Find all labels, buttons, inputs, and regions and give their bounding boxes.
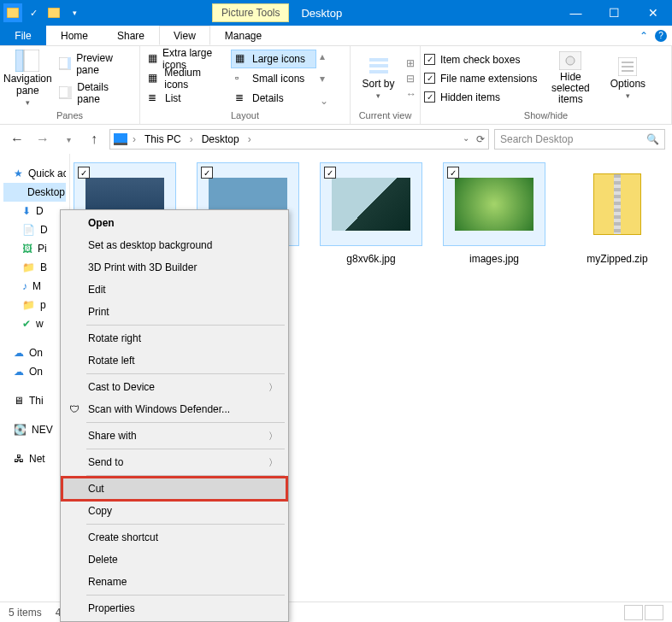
checkbox-icon[interactable] bbox=[78, 167, 90, 179]
menu-separator bbox=[86, 475, 285, 476]
breadcrumb-location[interactable]: Desktop bbox=[198, 133, 243, 145]
menu-set-background[interactable]: Set as desktop background bbox=[62, 234, 286, 256]
tab-share[interactable]: Share bbox=[103, 26, 159, 45]
file-item[interactable]: myZipped.zip bbox=[566, 162, 669, 267]
layout-large[interactable]: ▦Large icons bbox=[231, 50, 316, 68]
chevron-right-icon[interactable]: › bbox=[246, 133, 253, 145]
checkbox-icon[interactable] bbox=[324, 167, 336, 179]
menu-copy[interactable]: Copy bbox=[62, 500, 286, 522]
tab-manage[interactable]: Manage bbox=[210, 26, 276, 45]
layout-medium[interactable]: ▦Medium icons bbox=[144, 69, 229, 88]
layout-extra-large[interactable]: ▦Extra large icons bbox=[144, 50, 229, 68]
tab-file[interactable]: File bbox=[0, 26, 46, 45]
item-checkboxes-toggle[interactable]: Item check boxes bbox=[424, 51, 537, 68]
layout-expand-icon[interactable]: ⌄ bbox=[320, 95, 328, 107]
menu-send-to[interactable]: Send to〉 bbox=[62, 451, 286, 473]
tab-home[interactable]: Home bbox=[46, 26, 103, 45]
download-icon: ⬇ bbox=[22, 205, 31, 217]
breadcrumb[interactable]: › This PC › Desktop › ⌄ ⟳ bbox=[109, 129, 489, 150]
navigation-pane-button[interactable]: Navigation pane ▾ bbox=[3, 50, 52, 106]
ribbon-tabs: File Home Share View Manage ⌃ ? bbox=[0, 26, 672, 46]
nav-item[interactable]: 📁p bbox=[3, 296, 66, 314]
tab-view[interactable]: View bbox=[159, 26, 210, 45]
monitor-icon bbox=[114, 133, 127, 145]
ribbon: Navigation pane ▾ Preview pane Details p… bbox=[0, 46, 672, 125]
group-panes-title: Panes bbox=[3, 109, 136, 122]
quick-access-toolbar: ✓ ▾ bbox=[0, 3, 84, 22]
nav-item[interactable]: 🖼Pi bbox=[3, 239, 66, 258]
hide-selected-button[interactable]: Hide selected items bbox=[540, 51, 600, 106]
menu-rename[interactable]: Rename bbox=[62, 571, 286, 593]
file-item[interactable]: g8xv6k.jpg bbox=[320, 162, 422, 267]
hidden-items-toggle[interactable]: Hidden items bbox=[424, 89, 537, 106]
breadcrumb-root[interactable]: This PC bbox=[141, 133, 185, 145]
options-button[interactable]: Options ▾ bbox=[604, 57, 651, 100]
layout-scroll-up-icon[interactable]: ▴ bbox=[320, 50, 328, 62]
nav-item[interactable]: ⬇D bbox=[3, 202, 66, 220]
menu-share-with[interactable]: Share with〉 bbox=[62, 425, 286, 447]
nav-item[interactable]: 📄D bbox=[3, 220, 66, 239]
menu-print[interactable]: Print bbox=[62, 301, 286, 323]
checkmark-icon[interactable]: ✓ bbox=[24, 3, 43, 22]
refresh-icon[interactable]: ⟳ bbox=[476, 133, 485, 145]
help-icon[interactable]: ? bbox=[655, 30, 667, 42]
menu-rotate-right[interactable]: Rotate right bbox=[62, 327, 286, 349]
checkbox-icon[interactable] bbox=[201, 167, 213, 179]
recent-locations-button[interactable]: ▾ bbox=[58, 129, 79, 150]
menu-properties[interactable]: Properties bbox=[62, 597, 286, 619]
folder-check-icon: ✔ bbox=[22, 318, 31, 330]
nav-item[interactable]: 📁B bbox=[3, 258, 66, 277]
back-button[interactable]: ← bbox=[7, 129, 27, 150]
nav-desktop[interactable]: Desktop📌 bbox=[3, 183, 66, 202]
thumbnails-view-button[interactable] bbox=[645, 605, 663, 620]
chevron-right-icon[interactable]: › bbox=[188, 133, 195, 145]
group-by-icon[interactable]: ⊞ bbox=[406, 57, 416, 69]
collapse-ribbon-icon[interactable]: ⌃ bbox=[640, 30, 648, 42]
options-label: Options bbox=[610, 78, 645, 90]
folder-icon[interactable] bbox=[44, 3, 63, 22]
layout-details[interactable]: ≣Details bbox=[231, 89, 316, 108]
file-item[interactable]: images.jpg bbox=[443, 162, 545, 267]
sort-by-button[interactable]: Sort by ▾ bbox=[354, 56, 403, 100]
up-button[interactable]: ↑ bbox=[84, 129, 104, 150]
file-extensions-toggle[interactable]: File name extensions bbox=[424, 70, 537, 87]
nav-item[interactable]: ✔w bbox=[3, 314, 66, 333]
details-pane-button[interactable]: Details pane bbox=[56, 79, 136, 107]
svg-rect-18 bbox=[114, 143, 127, 145]
details-view-button[interactable] bbox=[624, 605, 643, 620]
cloud-icon: ☁ bbox=[14, 347, 24, 359]
close-button[interactable]: ✕ bbox=[634, 0, 672, 26]
menu-cut[interactable]: Cut bbox=[62, 478, 286, 500]
menu-3d-print[interactable]: 3D Print with 3D Builder bbox=[62, 256, 286, 279]
nav-quick-access[interactable]: ★Quick access bbox=[3, 164, 66, 183]
maximize-button[interactable]: ☐ bbox=[595, 0, 634, 26]
menu-cast[interactable]: Cast to Device〉 bbox=[62, 376, 286, 398]
nav-drive[interactable]: 💽NEV bbox=[3, 420, 66, 439]
nav-this-pc[interactable]: 🖥Thi bbox=[3, 391, 66, 410]
nav-network[interactable]: 🖧Net bbox=[3, 449, 66, 468]
preview-pane-button[interactable]: Preview pane bbox=[56, 50, 136, 78]
menu-create-shortcut[interactable]: Create shortcut bbox=[62, 526, 286, 549]
nav-item[interactable]: ♪M bbox=[3, 277, 66, 296]
add-columns-icon[interactable]: ⊟ bbox=[406, 73, 416, 85]
layout-small[interactable]: ▫Small icons bbox=[231, 69, 316, 88]
menu-delete[interactable]: Delete bbox=[62, 549, 286, 571]
layout-list[interactable]: ≣List bbox=[144, 89, 229, 108]
layout-scroll-down-icon[interactable]: ▾ bbox=[320, 73, 328, 85]
forward-button[interactable]: → bbox=[32, 129, 53, 150]
menu-edit[interactable]: Edit bbox=[62, 279, 286, 301]
chevron-right-icon[interactable]: › bbox=[131, 133, 138, 145]
nav-onedrive[interactable]: ☁On bbox=[3, 362, 66, 381]
menu-rotate-left[interactable]: Rotate left bbox=[62, 349, 286, 372]
size-columns-icon[interactable]: ↔ bbox=[406, 88, 416, 100]
checkbox-icon[interactable] bbox=[447, 167, 459, 179]
monitor-icon: 🖥 bbox=[14, 395, 24, 407]
nav-onedrive[interactable]: ☁On bbox=[3, 343, 66, 362]
minimize-button[interactable]: — bbox=[557, 0, 595, 26]
picture-tools-tab[interactable]: Picture Tools bbox=[212, 3, 289, 22]
menu-open[interactable]: Open bbox=[62, 212, 286, 234]
address-dropdown-icon[interactable]: ⌄ bbox=[463, 133, 469, 145]
menu-defender[interactable]: 🛡Scan with Windows Defender... bbox=[62, 398, 286, 420]
search-input[interactable]: Search Desktop 🔍 bbox=[494, 129, 665, 150]
qat-dropdown-icon[interactable]: ▾ bbox=[65, 3, 84, 22]
